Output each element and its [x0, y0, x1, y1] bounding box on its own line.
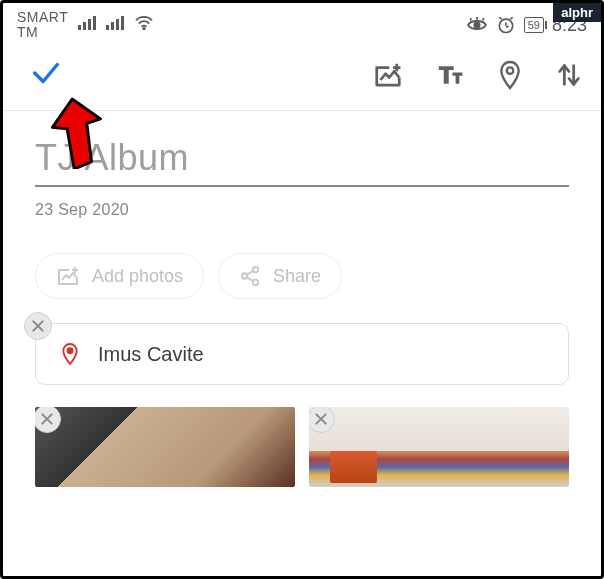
confirm-button[interactable] [29, 56, 63, 90]
svg-line-8 [499, 18, 502, 20]
add-photos-label: Add photos [92, 266, 183, 287]
wifi-icon [134, 14, 154, 30]
carrier-line-1: SMART [17, 10, 68, 25]
toolbar [3, 41, 601, 111]
eye-icon [466, 17, 488, 33]
status-bar: SMART TM [3, 3, 601, 41]
remove-photo-button[interactable] [309, 407, 335, 433]
share-icon [239, 265, 261, 287]
svg-point-17 [242, 273, 248, 279]
photo-grid [35, 407, 569, 487]
svg-line-7 [506, 26, 509, 28]
watermark-badge: alphr [553, 3, 601, 22]
svg-line-9 [510, 18, 513, 20]
svg-point-24 [68, 348, 73, 353]
album-title-input[interactable]: TJ Album [35, 137, 569, 187]
svg-point-0 [143, 28, 145, 30]
svg-point-19 [253, 280, 259, 286]
signal-icon [106, 16, 124, 30]
content-area: TJ Album 23 Sep 2020 Add photos [3, 111, 601, 487]
photo-thumbnail[interactable] [35, 407, 295, 487]
add-photo-icon [56, 264, 80, 288]
signal-group [78, 14, 154, 30]
svg-line-21 [247, 277, 253, 281]
text-toolbar-button[interactable] [435, 60, 465, 90]
album-date: 23 Sep 2020 [35, 201, 569, 219]
add-photo-toolbar-button[interactable] [373, 60, 403, 90]
status-left: SMART TM [17, 10, 154, 41]
alarm-icon [496, 15, 516, 35]
share-label: Share [273, 266, 321, 287]
location-toolbar-button[interactable] [497, 59, 523, 91]
battery-icon: 59 [524, 17, 544, 33]
remove-location-button[interactable] [24, 312, 52, 340]
signal-icon [78, 16, 96, 30]
add-photos-button[interactable]: Add photos [35, 253, 204, 299]
share-button[interactable]: Share [218, 253, 342, 299]
action-row: Add photos Share [35, 253, 569, 299]
svg-line-20 [247, 271, 253, 275]
location-card[interactable]: Imus Cavite [35, 323, 569, 385]
location-pin-icon [60, 342, 80, 366]
remove-photo-button[interactable] [35, 407, 61, 433]
svg-point-1 [474, 22, 479, 27]
location-text: Imus Cavite [98, 343, 204, 366]
carrier-label: SMART TM [17, 10, 68, 41]
svg-point-18 [253, 267, 259, 273]
screenshot-frame: alphr SMART TM [0, 0, 604, 579]
svg-point-12 [507, 67, 514, 74]
photo-thumbnail[interactable] [309, 407, 569, 487]
sort-toolbar-button[interactable] [555, 60, 583, 90]
carrier-line-2: TM [17, 25, 68, 40]
